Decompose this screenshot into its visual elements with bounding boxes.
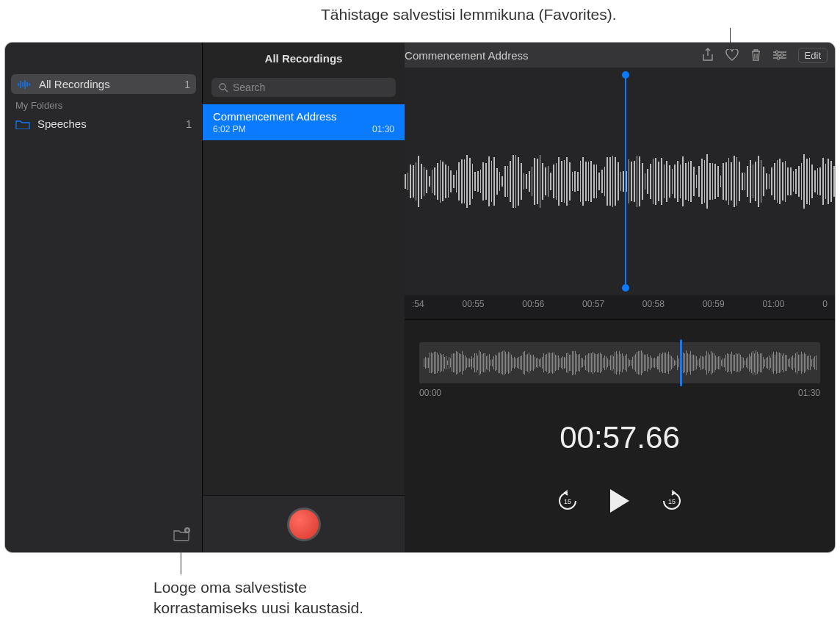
ruler-tick: 00:57 (582, 299, 604, 309)
record-button[interactable] (287, 507, 321, 541)
search-placeholder: Search (233, 82, 265, 93)
svg-text:15: 15 (668, 498, 676, 505)
sidebar-count: 1 (186, 118, 192, 130)
player-panel: :54 00:55 00:56 00:57 00:58 00:59 01:00 … (405, 68, 835, 552)
svg-point-17 (220, 84, 225, 90)
sidebar: All Recordings 1 My Folders Speeches 1 (5, 43, 202, 552)
overview-start: 00:00 (419, 388, 441, 398)
sidebar-label: All Recordings (39, 78, 184, 90)
svg-point-15 (781, 54, 783, 57)
new-folder-button[interactable] (173, 527, 190, 542)
waveform-icon (17, 79, 33, 90)
recording-time: 6:02 PM (213, 124, 246, 134)
ruler-tick: 00:55 (462, 299, 484, 309)
edit-button[interactable]: Edit (798, 48, 828, 63)
delete-button[interactable] (750, 48, 761, 62)
waveform-main[interactable] (405, 68, 835, 295)
time-display: 00:57.66 (405, 420, 835, 455)
callout-line (181, 549, 181, 574)
recording-item[interactable]: Commencement Address 6:02 PM 01:30 (203, 104, 405, 140)
app-window: All Recordings 1 My Folders Speeches 1 C… (5, 43, 835, 552)
ruler-tick: 00:56 (522, 299, 544, 309)
list-header: All Recordings (203, 43, 405, 71)
overview-playhead[interactable] (680, 339, 682, 386)
svg-text:15: 15 (564, 498, 571, 505)
waveform-overview[interactable]: 00:00 01:30 (419, 342, 820, 398)
sidebar-item-speeches[interactable]: Speeches 1 (5, 114, 202, 134)
ruler-tick: :54 (412, 299, 424, 309)
sidebar-header-my-folders: My Folders (5, 94, 202, 114)
folder-icon (15, 118, 32, 130)
playhead[interactable] (625, 75, 626, 288)
ruler-tick: 0 (822, 299, 828, 309)
svg-line-18 (225, 89, 228, 92)
overview-end: 01:30 (798, 388, 820, 398)
ruler-tick: 01:00 (762, 299, 784, 309)
share-button[interactable] (702, 48, 714, 62)
sidebar-item-all-recordings[interactable]: All Recordings 1 (11, 74, 196, 94)
record-area (203, 495, 405, 552)
skip-forward-button[interactable]: 15 (661, 490, 683, 515)
sidebar-label: Speeches (37, 118, 186, 130)
settings-button[interactable] (773, 50, 786, 60)
svg-point-16 (777, 57, 780, 59)
recording-duration: 01:30 (372, 124, 394, 134)
time-ruler: :54 00:55 00:56 00:57 00:58 00:59 01:00 … (405, 295, 835, 320)
callout-favorites: Tähistage salvestisi lemmikuna (Favorite… (321, 6, 617, 24)
ruler-tick: 00:58 (642, 299, 665, 309)
callout-new-folder: Looge oma salvestiste korrastamiseks uus… (153, 577, 363, 619)
svg-point-14 (775, 51, 778, 54)
recordings-list: All Recordings Search Commencement Addre… (202, 43, 405, 552)
skip-back-button[interactable]: 15 (557, 490, 579, 515)
recording-title: Commencement Address (213, 110, 394, 123)
ruler-tick: 00:59 (703, 299, 725, 309)
sidebar-count: 1 (184, 79, 190, 90)
play-button[interactable] (608, 488, 631, 517)
search-input[interactable]: Search (211, 78, 396, 97)
playback-controls: 15 15 (405, 488, 835, 517)
search-icon (219, 83, 228, 93)
favorite-button[interactable] (725, 49, 739, 61)
